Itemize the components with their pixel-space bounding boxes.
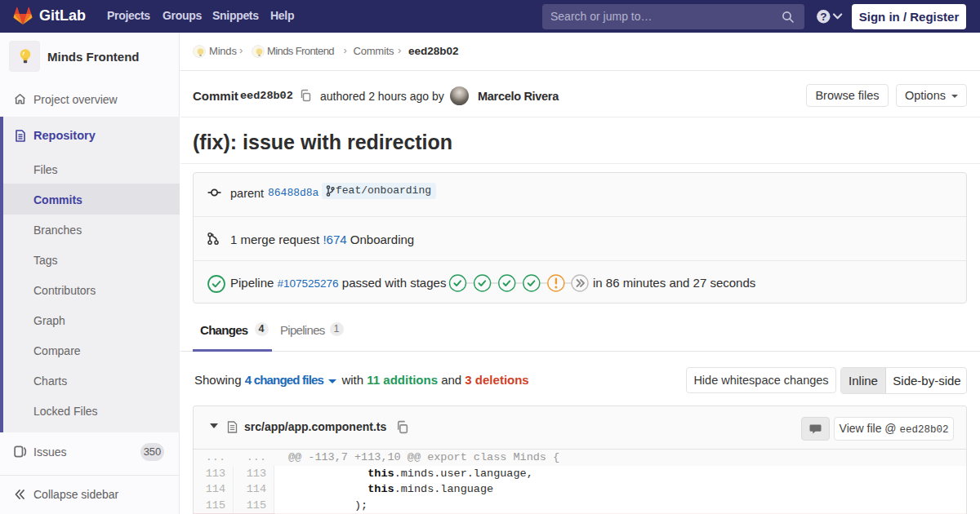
svg-text:?: ? (820, 11, 826, 23)
